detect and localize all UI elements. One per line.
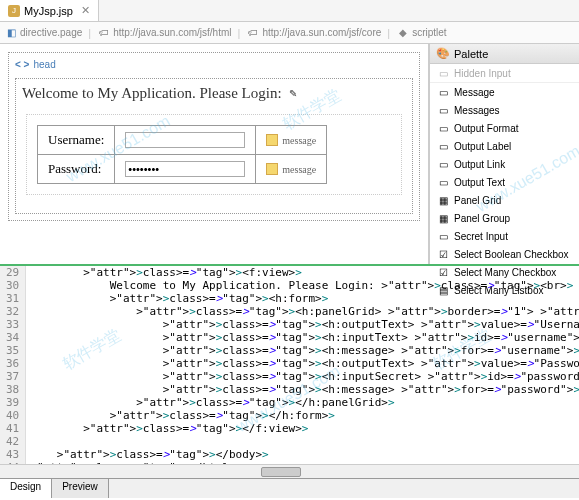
table-row: Username: message: [38, 126, 327, 155]
message-icon: [266, 163, 278, 175]
palette-item[interactable]: ▭Output Link: [430, 155, 579, 173]
palette-header[interactable]: 🎨 Palette: [430, 44, 579, 64]
file-tab[interactable]: J MyJsp.jsp ✕: [0, 0, 99, 21]
palette-item[interactable]: ▭Messages: [430, 101, 579, 119]
edit-icon: ✎: [286, 87, 300, 101]
design-tab[interactable]: Design: [0, 479, 52, 498]
code-content[interactable]: >"attr">>class>=>"tag">><f:view>> Welcom…: [26, 266, 579, 464]
view-tabs: Design Preview: [0, 478, 579, 498]
breadcrumb-item[interactable]: 🏷http://java.sun.com/jsf/core: [246, 26, 381, 40]
close-tab-icon[interactable]: ✕: [81, 4, 90, 17]
message-label: message: [282, 135, 316, 146]
input-icon: ▭: [436, 66, 450, 80]
jsp-file-icon: J: [8, 5, 20, 17]
palette-item[interactable]: ▭Secret Input: [430, 227, 579, 245]
palette-item[interactable]: ▦Panel Group: [430, 209, 579, 227]
component-icon: ▭: [436, 103, 450, 117]
preview-tab[interactable]: Preview: [52, 479, 109, 498]
breadcrumb-item[interactable]: 🏷http://java.sun.com/jsf/html: [97, 26, 231, 40]
palette-item[interactable]: ▭Output Format: [430, 119, 579, 137]
username-input[interactable]: [125, 132, 245, 148]
message-icon: [266, 134, 278, 146]
component-icon: ▭: [436, 85, 450, 99]
component-icon: ▭: [436, 229, 450, 243]
component-icon: ▦: [436, 211, 450, 225]
palette-item[interactable]: ☑Select Boolean Checkbox: [430, 245, 579, 263]
breadcrumb: ◧directive.page | 🏷http://java.sun.com/j…: [0, 22, 579, 44]
scriptlet-icon: ◆: [396, 26, 410, 40]
palette-item[interactable]: ▦Panel Grid: [430, 191, 579, 209]
line-gutter: 2930313233343536373839404142434445: [0, 266, 26, 464]
file-tab-label: MyJsp.jsp: [24, 5, 73, 17]
login-panel-grid: Username: message Password: message: [37, 125, 327, 184]
palette-icon: 🎨: [436, 47, 450, 60]
palette-item[interactable]: ▭Output Text: [430, 173, 579, 191]
welcome-heading: Welcome to My Application. Please Login:…: [22, 85, 406, 102]
namespace-icon: 🏷: [97, 26, 111, 40]
component-icon: ▭: [436, 157, 450, 171]
scrollbar-thumb[interactable]: [261, 467, 301, 477]
message-label: message: [282, 164, 316, 175]
source-code-pane[interactable]: 2930313233343536373839404142434445 >"att…: [0, 264, 579, 464]
table-row: Password: message: [38, 155, 327, 184]
head-section-label[interactable]: head: [11, 55, 417, 74]
breadcrumb-item[interactable]: ◆scriptlet: [396, 26, 446, 40]
component-icon: ▭: [436, 121, 450, 135]
palette-item[interactable]: ▭Hidden Input: [430, 64, 579, 83]
component-icon: ▭: [436, 139, 450, 153]
password-input[interactable]: [125, 161, 245, 177]
username-label: Username:: [38, 126, 115, 155]
component-icon: ☑: [436, 247, 450, 261]
namespace-icon: 🏷: [246, 26, 260, 40]
component-icon: ▦: [436, 193, 450, 207]
horizontal-scrollbar[interactable]: [0, 464, 579, 478]
palette-panel: 🎨 Palette ▭Hidden Input ▭Message▭Message…: [429, 44, 579, 264]
breadcrumb-item[interactable]: ◧directive.page: [4, 26, 82, 40]
page-icon: ◧: [4, 26, 18, 40]
password-label: Password:: [38, 155, 115, 184]
editor-tab-bar: J MyJsp.jsp ✕: [0, 0, 579, 22]
palette-item[interactable]: ▭Output Label: [430, 137, 579, 155]
design-canvas[interactable]: head Welcome to My Application. Please L…: [0, 44, 429, 264]
palette-item[interactable]: ▭Message: [430, 83, 579, 101]
component-icon: ▭: [436, 175, 450, 189]
